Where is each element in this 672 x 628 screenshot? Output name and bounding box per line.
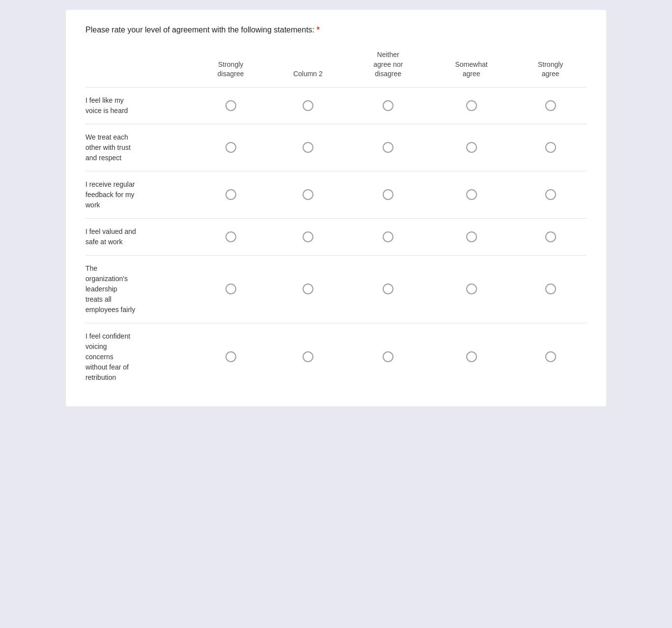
radio-cell-row5-col1[interactable] (194, 255, 268, 323)
col-header-4: Somewhatagree (428, 46, 514, 87)
radio-row4-col1[interactable] (225, 231, 236, 242)
radio-row5-col4[interactable] (466, 284, 477, 294)
radio-cell-row1-col1[interactable] (194, 87, 268, 124)
radio-row1-col1[interactable] (225, 100, 236, 111)
radio-cell-row3-col4[interactable] (428, 171, 514, 218)
radio-cell-row1-col3[interactable] (348, 87, 428, 124)
required-star: * (316, 26, 319, 34)
row-label-4: I feel valued and safe at work (85, 218, 194, 255)
rating-table: Stronglydisagree Column 2 Neitheragree n… (85, 46, 587, 391)
radio-row3-col3[interactable] (383, 189, 393, 200)
radio-cell-row2-col2[interactable] (268, 124, 348, 171)
radio-row4-col5[interactable] (545, 231, 556, 242)
radio-row1-col5[interactable] (545, 100, 556, 111)
radio-row3-col1[interactable] (225, 189, 236, 200)
row-label-3: I receive regular feedback for my work (85, 171, 194, 218)
radio-cell-row1-col5[interactable] (514, 87, 587, 124)
col-header-label (85, 46, 194, 87)
radio-cell-row5-col4[interactable] (428, 255, 514, 323)
survey-container: Please rate your level of agreement with… (66, 10, 606, 406)
radio-cell-row6-col4[interactable] (428, 323, 514, 391)
radio-cell-row4-col1[interactable] (194, 218, 268, 255)
row-label-1: I feel like my voice is heard (85, 87, 194, 124)
row-label-6: I feel confident voicing concerns withou… (85, 323, 194, 391)
radio-row2-col2[interactable] (303, 142, 313, 153)
radio-row6-col3[interactable] (383, 351, 393, 362)
radio-row6-col5[interactable] (545, 351, 556, 362)
radio-cell-row6-col5[interactable] (514, 323, 587, 391)
radio-cell-row1-col4[interactable] (428, 87, 514, 124)
table-row: I feel valued and safe at work (85, 218, 587, 255)
radio-row2-col3[interactable] (383, 142, 393, 153)
table-row: I feel confident voicing concerns withou… (85, 323, 587, 391)
row-label-2: We treat each other with trust and respe… (85, 124, 194, 171)
radio-row6-col1[interactable] (225, 351, 236, 362)
radio-row6-col2[interactable] (303, 351, 313, 362)
header-row: Stronglydisagree Column 2 Neitheragree n… (85, 46, 587, 87)
radio-cell-row4-col5[interactable] (514, 218, 587, 255)
radio-row4-col4[interactable] (466, 231, 477, 242)
radio-cell-row2-col3[interactable] (348, 124, 428, 171)
radio-row1-col2[interactable] (303, 100, 313, 111)
radio-cell-row2-col1[interactable] (194, 124, 268, 171)
radio-cell-row4-col4[interactable] (428, 218, 514, 255)
radio-row3-col5[interactable] (545, 189, 556, 200)
radio-cell-row6-col1[interactable] (194, 323, 268, 391)
table-row: I feel like my voice is heard (85, 87, 587, 124)
radio-cell-row6-col2[interactable] (268, 323, 348, 391)
col-header-1: Stronglydisagree (194, 46, 268, 87)
radio-cell-row3-col1[interactable] (194, 171, 268, 218)
question-title: Please rate your level of agreement with… (85, 26, 587, 34)
row-label-5: The organization's leadership treats all… (85, 255, 194, 323)
radio-cell-row3-col5[interactable] (514, 171, 587, 218)
radio-row3-col2[interactable] (303, 189, 313, 200)
radio-row2-col1[interactable] (225, 142, 236, 153)
radio-cell-row2-col5[interactable] (514, 124, 587, 171)
radio-cell-row3-col2[interactable] (268, 171, 348, 218)
col-header-5: Stronglyagree (514, 46, 587, 87)
radio-row4-col3[interactable] (383, 231, 393, 242)
table-row: The organization's leadership treats all… (85, 255, 587, 323)
radio-row3-col4[interactable] (466, 189, 477, 200)
radio-cell-row3-col3[interactable] (348, 171, 428, 218)
radio-cell-row5-col2[interactable] (268, 255, 348, 323)
question-title-text: Please rate your level of agreement with… (85, 26, 314, 34)
radio-row4-col2[interactable] (303, 231, 313, 242)
radio-row2-col5[interactable] (545, 142, 556, 153)
radio-row1-col4[interactable] (466, 100, 477, 111)
radio-cell-row4-col3[interactable] (348, 218, 428, 255)
radio-cell-row6-col3[interactable] (348, 323, 428, 391)
radio-cell-row5-col3[interactable] (348, 255, 428, 323)
radio-cell-row4-col2[interactable] (268, 218, 348, 255)
table-row: I receive regular feedback for my work (85, 171, 587, 218)
col-header-2: Column 2 (268, 46, 348, 87)
radio-row6-col4[interactable] (466, 351, 477, 362)
radio-row2-col4[interactable] (466, 142, 477, 153)
radio-cell-row2-col4[interactable] (428, 124, 514, 171)
radio-row5-col1[interactable] (225, 284, 236, 294)
col-header-3: Neitheragree nordisagree (348, 46, 428, 87)
table-row: We treat each other with trust and respe… (85, 124, 587, 171)
radio-row5-col3[interactable] (383, 284, 393, 294)
radio-row5-col5[interactable] (545, 284, 556, 294)
radio-row1-col3[interactable] (383, 100, 393, 111)
radio-cell-row5-col5[interactable] (514, 255, 587, 323)
radio-row5-col2[interactable] (303, 284, 313, 294)
radio-cell-row1-col2[interactable] (268, 87, 348, 124)
